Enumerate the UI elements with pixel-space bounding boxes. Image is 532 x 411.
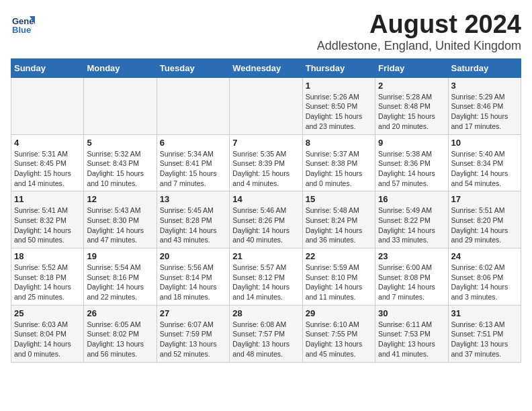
day-info: Sunrise: 5:31 AM Sunset: 8:45 PM Dayligh… — [14, 149, 81, 189]
day-number: 4 — [14, 138, 81, 148]
day-number: 21 — [232, 251, 299, 261]
calendar-cell: 23Sunrise: 6:00 AM Sunset: 8:08 PM Dayli… — [375, 248, 448, 306]
calendar-cell: 17Sunrise: 5:51 AM Sunset: 8:20 PM Dayli… — [448, 191, 521, 248]
day-number: 18 — [14, 251, 81, 261]
col-header-saturday: Saturday — [448, 58, 521, 77]
calendar-week-row: 25Sunrise: 6:03 AM Sunset: 8:04 PM Dayli… — [11, 305, 521, 362]
calendar-cell: 24Sunrise: 6:02 AM Sunset: 8:06 PM Dayli… — [448, 248, 521, 306]
day-number: 6 — [160, 138, 226, 148]
calendar-cell: 27Sunrise: 6:07 AM Sunset: 7:59 PM Dayli… — [157, 305, 229, 362]
day-info: Sunrise: 5:59 AM Sunset: 8:10 PM Dayligh… — [306, 263, 372, 302]
day-info: Sunrise: 5:40 AM Sunset: 8:34 PM Dayligh… — [451, 149, 518, 189]
day-number: 7 — [232, 138, 299, 148]
calendar-cell: 18Sunrise: 5:52 AM Sunset: 8:18 PM Dayli… — [11, 248, 84, 306]
day-number: 9 — [378, 138, 445, 148]
day-info: Sunrise: 5:41 AM Sunset: 8:32 PM Dayligh… — [14, 205, 81, 245]
calendar-subtitle: Addlestone, England, United Kingdom — [317, 39, 521, 53]
col-header-thursday: Thursday — [302, 58, 375, 77]
day-info: Sunrise: 5:35 AM Sunset: 8:39 PM Dayligh… — [232, 149, 299, 189]
calendar-cell: 8Sunrise: 5:37 AM Sunset: 8:38 PM Daylig… — [302, 134, 375, 191]
calendar-cell: 21Sunrise: 5:57 AM Sunset: 8:12 PM Dayli… — [230, 248, 302, 306]
day-number: 15 — [306, 194, 372, 204]
calendar-cell: 29Sunrise: 6:10 AM Sunset: 7:55 PM Dayli… — [302, 305, 375, 362]
day-info: Sunrise: 6:07 AM Sunset: 7:59 PM Dayligh… — [160, 320, 226, 359]
calendar-cell: 20Sunrise: 5:56 AM Sunset: 8:14 PM Dayli… — [157, 248, 229, 306]
day-info: Sunrise: 6:05 AM Sunset: 8:02 PM Dayligh… — [87, 320, 153, 359]
calendar-cell: 4Sunrise: 5:31 AM Sunset: 8:45 PM Daylig… — [11, 134, 84, 191]
day-number: 29 — [306, 308, 372, 318]
day-number: 3 — [451, 81, 518, 91]
day-info: Sunrise: 5:57 AM Sunset: 8:12 PM Dayligh… — [232, 263, 299, 302]
day-info: Sunrise: 6:08 AM Sunset: 7:57 PM Dayligh… — [232, 320, 299, 359]
col-header-wednesday: Wednesday — [230, 58, 302, 77]
calendar-cell: 25Sunrise: 6:03 AM Sunset: 8:04 PM Dayli… — [11, 305, 84, 362]
calendar-table: SundayMondayTuesdayWednesdayThursdayFrid… — [11, 58, 521, 363]
day-number: 2 — [378, 81, 445, 91]
calendar-cell: 6Sunrise: 5:34 AM Sunset: 8:41 PM Daylig… — [157, 134, 229, 191]
calendar-cell: 30Sunrise: 6:11 AM Sunset: 7:53 PM Dayli… — [375, 305, 448, 362]
day-info: Sunrise: 5:49 AM Sunset: 8:22 PM Dayligh… — [378, 205, 445, 245]
day-number: 31 — [451, 308, 518, 318]
day-number: 13 — [160, 194, 226, 204]
col-header-monday: Monday — [84, 58, 157, 77]
calendar-cell: 7Sunrise: 5:35 AM Sunset: 8:39 PM Daylig… — [230, 134, 302, 191]
day-number: 16 — [378, 194, 445, 204]
day-number: 17 — [451, 194, 518, 204]
logo-icon: General Blue — [11, 11, 35, 35]
day-info: Sunrise: 5:45 AM Sunset: 8:28 PM Dayligh… — [160, 205, 226, 245]
calendar-cell: 28Sunrise: 6:08 AM Sunset: 7:57 PM Dayli… — [230, 305, 302, 362]
calendar-cell: 2Sunrise: 5:28 AM Sunset: 8:48 PM Daylig… — [375, 77, 448, 134]
calendar-title: August 2024 — [317, 11, 521, 39]
day-number: 5 — [87, 138, 153, 148]
calendar-cell: 22Sunrise: 5:59 AM Sunset: 8:10 PM Dayli… — [302, 248, 375, 306]
day-info: Sunrise: 5:43 AM Sunset: 8:30 PM Dayligh… — [87, 205, 153, 245]
day-number: 10 — [451, 138, 518, 148]
calendar-cell — [84, 77, 157, 134]
calendar-cell — [230, 77, 302, 134]
calendar-cell: 26Sunrise: 6:05 AM Sunset: 8:02 PM Dayli… — [84, 305, 157, 362]
calendar-header-row: SundayMondayTuesdayWednesdayThursdayFrid… — [11, 58, 521, 77]
calendar-week-row: 18Sunrise: 5:52 AM Sunset: 8:18 PM Dayli… — [11, 248, 521, 306]
day-info: Sunrise: 6:03 AM Sunset: 8:04 PM Dayligh… — [14, 320, 81, 359]
day-info: Sunrise: 5:48 AM Sunset: 8:24 PM Dayligh… — [306, 205, 372, 245]
day-info: Sunrise: 5:37 AM Sunset: 8:38 PM Dayligh… — [306, 149, 372, 189]
day-number: 30 — [378, 308, 445, 318]
day-info: Sunrise: 6:02 AM Sunset: 8:06 PM Dayligh… — [451, 263, 518, 302]
calendar-cell: 9Sunrise: 5:38 AM Sunset: 8:36 PM Daylig… — [375, 134, 448, 191]
calendar-cell: 13Sunrise: 5:45 AM Sunset: 8:28 PM Dayli… — [157, 191, 229, 248]
day-info: Sunrise: 5:26 AM Sunset: 8:50 PM Dayligh… — [306, 92, 372, 132]
day-info: Sunrise: 5:34 AM Sunset: 8:41 PM Dayligh… — [160, 149, 226, 189]
calendar-week-row: 1Sunrise: 5:26 AM Sunset: 8:50 PM Daylig… — [11, 77, 521, 134]
calendar-week-row: 11Sunrise: 5:41 AM Sunset: 8:32 PM Dayli… — [11, 191, 521, 248]
calendar-cell: 12Sunrise: 5:43 AM Sunset: 8:30 PM Dayli… — [84, 191, 157, 248]
day-info: Sunrise: 6:10 AM Sunset: 7:55 PM Dayligh… — [306, 320, 372, 359]
day-number: 27 — [160, 308, 226, 318]
svg-text:Blue: Blue — [12, 25, 31, 35]
day-number: 25 — [14, 308, 81, 318]
day-number: 19 — [87, 251, 153, 261]
calendar-cell: 10Sunrise: 5:40 AM Sunset: 8:34 PM Dayli… — [448, 134, 521, 191]
calendar-cell: 11Sunrise: 5:41 AM Sunset: 8:32 PM Dayli… — [11, 191, 84, 248]
calendar-cell: 3Sunrise: 5:29 AM Sunset: 8:46 PM Daylig… — [448, 77, 521, 134]
col-header-tuesday: Tuesday — [157, 58, 229, 77]
col-header-friday: Friday — [375, 58, 448, 77]
day-number: 12 — [87, 194, 153, 204]
day-info: Sunrise: 5:56 AM Sunset: 8:14 PM Dayligh… — [160, 263, 226, 302]
calendar-cell: 1Sunrise: 5:26 AM Sunset: 8:50 PM Daylig… — [302, 77, 375, 134]
day-number: 28 — [232, 308, 299, 318]
calendar-cell: 5Sunrise: 5:32 AM Sunset: 8:43 PM Daylig… — [84, 134, 157, 191]
day-info: Sunrise: 5:38 AM Sunset: 8:36 PM Dayligh… — [378, 149, 445, 189]
day-number: 11 — [14, 194, 81, 204]
day-info: Sunrise: 5:29 AM Sunset: 8:46 PM Dayligh… — [451, 92, 518, 132]
calendar-week-row: 4Sunrise: 5:31 AM Sunset: 8:45 PM Daylig… — [11, 134, 521, 191]
day-info: Sunrise: 5:28 AM Sunset: 8:48 PM Dayligh… — [378, 92, 445, 132]
calendar-cell: 19Sunrise: 5:54 AM Sunset: 8:16 PM Dayli… — [84, 248, 157, 306]
day-number: 24 — [451, 251, 518, 261]
calendar-cell — [157, 77, 229, 134]
day-number: 14 — [232, 194, 299, 204]
day-info: Sunrise: 5:46 AM Sunset: 8:26 PM Dayligh… — [232, 205, 299, 245]
calendar-cell: 14Sunrise: 5:46 AM Sunset: 8:26 PM Dayli… — [230, 191, 302, 248]
day-info: Sunrise: 6:13 AM Sunset: 7:51 PM Dayligh… — [451, 320, 518, 359]
day-info: Sunrise: 6:11 AM Sunset: 7:53 PM Dayligh… — [378, 320, 445, 359]
logo: General Blue — [11, 11, 35, 35]
